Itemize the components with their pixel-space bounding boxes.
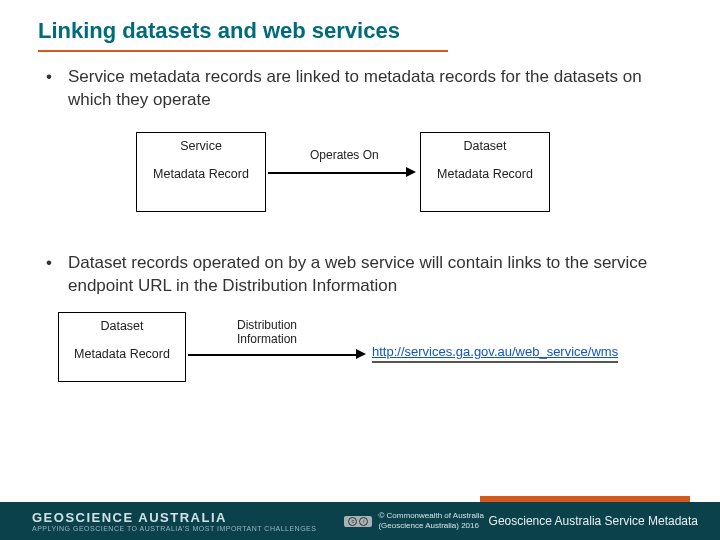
- diagram-2: Dataset Metadata Record Distribution Inf…: [46, 308, 674, 394]
- bullet-dot: •: [46, 252, 68, 298]
- brand-name: GEOSCIENCE AUSTRALIA: [0, 510, 316, 525]
- bullet-1: • Service metadata records are linked to…: [46, 66, 674, 112]
- cc-circle-icon: c: [348, 517, 357, 526]
- cc-by-icon: i: [359, 517, 368, 526]
- brand-block: GEOSCIENCE AUSTRALIA APPLYING GEOSCIENCE…: [0, 510, 316, 532]
- arrow-head-icon: [356, 349, 366, 359]
- slide-title: Linking datasets and web services: [0, 0, 720, 50]
- dist-label-line2: Information: [222, 332, 312, 346]
- service-url-link[interactable]: http://services.ga.gov.au/web_service/wm…: [372, 344, 618, 363]
- box-title: Service: [137, 139, 265, 153]
- copyright-line1: © Commonwealth of Australia: [378, 511, 484, 521]
- footer-right-text: Geoscience Australia Service Metadata: [489, 514, 720, 528]
- arrow-line: [268, 172, 408, 174]
- diagram-1: Service Metadata Record Operates On Data…: [86, 124, 674, 234]
- footer: GEOSCIENCE AUSTRALIA APPLYING GEOSCIENCE…: [0, 496, 720, 540]
- bullet-text: Service metadata records are linked to m…: [68, 66, 674, 112]
- copyright-line2: (Geoscience Australia) 2016: [378, 521, 484, 531]
- arrow-label: Distribution Information: [222, 318, 312, 346]
- slide-body: • Service metadata records are linked to…: [0, 52, 720, 394]
- bullet-text: Dataset records operated on by a web ser…: [68, 252, 674, 298]
- arrow-line: [188, 354, 358, 356]
- box-sub: Metadata Record: [153, 167, 249, 181]
- box-sub: Metadata Record: [74, 347, 170, 361]
- dataset-box-2: Dataset Metadata Record: [58, 312, 186, 382]
- box-title: Dataset: [421, 139, 549, 153]
- dist-label-line1: Distribution: [222, 318, 312, 332]
- arrow-label: Operates On: [310, 148, 379, 162]
- bullet-2: • Dataset records operated on by a web s…: [46, 252, 674, 298]
- box-sub: Metadata Record: [437, 167, 533, 181]
- copyright-text: © Commonwealth of Australia (Geoscience …: [378, 511, 484, 530]
- slide: Linking datasets and web services • Serv…: [0, 0, 720, 540]
- footer-bar: GEOSCIENCE AUSTRALIA APPLYING GEOSCIENCE…: [0, 502, 720, 540]
- bullet-dot: •: [46, 66, 68, 112]
- brand-tagline: APPLYING GEOSCIENCE TO AUSTRALIA'S MOST …: [0, 525, 316, 532]
- cc-icon: c i: [344, 516, 372, 527]
- cc-badge: c i © Commonwealth of Australia (Geoscie…: [344, 511, 484, 530]
- box-title: Dataset: [59, 319, 185, 333]
- service-box: Service Metadata Record: [136, 132, 266, 212]
- arrow-head-icon: [406, 167, 416, 177]
- dataset-box: Dataset Metadata Record: [420, 132, 550, 212]
